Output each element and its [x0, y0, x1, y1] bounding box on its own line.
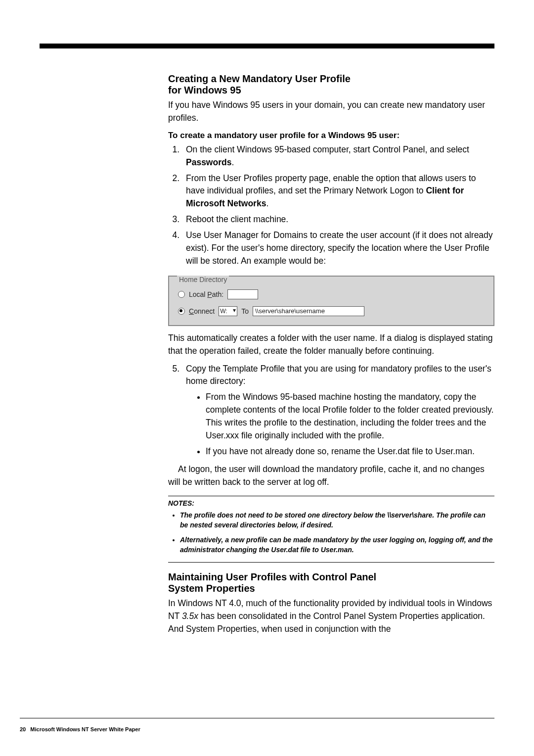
intro-paragraph: If you have Windows 95 users in your dom… [168, 99, 494, 125]
home-directory-dialog: Home Directory Local Path: Connect W: To… [168, 276, 494, 326]
drive-dropdown[interactable]: W: [219, 306, 237, 316]
step5-sub1: From the Windows 95-based machine hostin… [206, 391, 494, 442]
notes-top-rule [168, 496, 494, 496]
page-footer: 20 Microsoft Windows NT Server White Pap… [20, 726, 140, 732]
after-dialog-note: This automatically creates a folder with… [168, 332, 494, 358]
step-1: On the client Windows 95-based computer,… [182, 143, 494, 169]
step-5: Copy the Template Profile that you are u… [182, 363, 494, 458]
procedure-title: To create a mandatory user profile for a… [168, 131, 494, 141]
maintaining-paragraph: In Windows NT 4.0, much of the functiona… [168, 597, 494, 636]
step1-text-a: On the client Windows 95-based computer,… [186, 144, 469, 154]
lp-post: ath: [212, 290, 223, 298]
footer-rule [20, 718, 494, 718]
local-path-field[interactable] [227, 289, 258, 299]
local-path-radio[interactable] [178, 291, 185, 298]
dialog-legend: Home Directory [177, 276, 229, 284]
local-path-row: Local Path: [178, 289, 489, 299]
heading-creating-profile: Creating a New Mandatory User Profile fo… [168, 73, 494, 96]
step-2: From the User Profiles property page, en… [182, 172, 494, 211]
notes-bottom-rule [168, 562, 494, 563]
step-3: Reboot the client machine. [182, 213, 494, 226]
c-post: onnect [194, 307, 215, 315]
heading-line2: for Windows 95 [168, 85, 494, 96]
connect-radio[interactable] [178, 308, 185, 315]
connect-label: Connect [189, 307, 215, 315]
para2-c: has been consolidated in the Control Pan… [168, 611, 485, 634]
heading2-line1: Maintaining User Profiles with Control P… [168, 571, 376, 582]
step1-passwords: Passwords [186, 157, 231, 167]
main-content: Creating a New Mandatory User Profile fo… [168, 48, 494, 635]
step-4: Use User Manager for Domains to create t… [182, 229, 494, 268]
unc-path-field[interactable]: \\server\share\username [253, 306, 364, 316]
connect-row: Connect W: To \\server\share\username [178, 306, 489, 316]
closing-paragraph: At logon, the user will download the man… [168, 463, 494, 489]
lp-u: P [207, 290, 212, 298]
para2-b: 3.5x [182, 611, 198, 621]
notes-label: NOTES: [168, 499, 494, 507]
step5-text: Copy the Template Profile that you are u… [186, 364, 491, 386]
lp-pre: Local [189, 290, 207, 298]
heading-maintaining: Maintaining User Profiles with Control P… [168, 571, 494, 594]
heading-line1: Creating a New Mandatory User Profile [168, 73, 351, 84]
page-number: 20 [20, 726, 26, 732]
procedure-list: On the client Windows 95-based computer,… [168, 143, 494, 268]
step2-text-c: . [266, 198, 268, 208]
footer-text: Microsoft Windows NT Server White Paper [30, 726, 140, 732]
header-black-bar [40, 44, 494, 48]
local-path-label: Local Path: [189, 290, 223, 298]
step5-sub2: If you have not already done so, rename … [206, 445, 494, 458]
drive-value: W: [219, 308, 227, 315]
step1-text-c: . [231, 157, 234, 167]
notes-list: The profile does not need to be stored o… [168, 510, 494, 555]
note-2: Alternatively, a new profile can be made… [180, 535, 494, 555]
procedure-list-cont: Copy the Template Profile that you are u… [168, 363, 494, 458]
c-u: C [189, 307, 194, 315]
to-label: To [241, 307, 249, 315]
step5-sublist: From the Windows 95-based machine hostin… [186, 391, 494, 458]
note-1: The profile does not need to be stored o… [180, 510, 494, 530]
heading2-line2: System Properties [168, 583, 255, 594]
